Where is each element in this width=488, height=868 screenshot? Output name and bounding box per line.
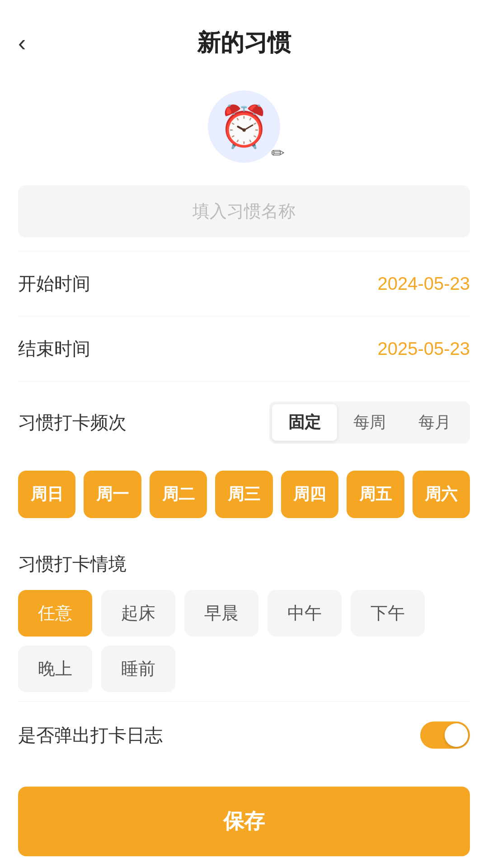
chip-afternoon[interactable]: 下午	[351, 590, 425, 637]
edit-icon[interactable]: ✏	[271, 144, 285, 163]
chip-any[interactable]: 任意	[18, 590, 92, 637]
start-time-row[interactable]: 开始时间 2024-05-23	[0, 251, 488, 316]
chip-wake[interactable]: 起床	[101, 590, 175, 637]
context-chips: 任意 起床 早晨 中午 下午 晚上 睡前	[18, 590, 470, 692]
day-friday[interactable]: 周五	[347, 471, 404, 518]
save-button[interactable]: 保存	[18, 787, 470, 856]
day-wednesday[interactable]: 周三	[215, 471, 272, 518]
frequency-section: 习惯打卡频次 固定 每周 每月	[0, 382, 488, 466]
context-label: 习惯打卡情境	[18, 552, 470, 576]
frequency-label: 习惯打卡频次	[18, 410, 127, 435]
context-section: 习惯打卡情境 任意 起床 早晨 中午 下午 晚上 睡前	[0, 532, 488, 701]
day-saturday[interactable]: 周六	[413, 471, 470, 518]
icon-section: ⏰ ✏	[0, 72, 488, 172]
day-monday[interactable]: 周一	[84, 471, 141, 518]
chip-evening[interactable]: 晚上	[18, 646, 92, 692]
day-thursday[interactable]: 周四	[281, 471, 338, 518]
save-section: 保存	[0, 769, 488, 868]
frequency-tabs: 固定 每周 每月	[269, 401, 470, 443]
day-sunday[interactable]: 周日	[18, 471, 75, 518]
frequency-header: 习惯打卡频次 固定 每周 每月	[18, 401, 470, 443]
start-time-value: 2024-05-23	[377, 274, 470, 294]
toggle-thumb	[445, 723, 468, 747]
alarm-clock-icon: ⏰	[219, 103, 269, 151]
start-time-label: 开始时间	[18, 271, 90, 296]
toggle-section: 是否弹出打卡日志	[0, 702, 488, 769]
header: ‹ 新的习惯	[0, 0, 488, 72]
popup-toggle-switch[interactable]	[420, 722, 470, 749]
back-button[interactable]: ‹	[18, 31, 26, 55]
tab-fixed[interactable]: 固定	[272, 404, 337, 441]
day-tuesday[interactable]: 周二	[150, 471, 207, 518]
end-time-value: 2025-05-23	[377, 339, 470, 359]
days-grid: 周日 周一 周二 周三 周四 周五 周六	[0, 466, 488, 532]
end-time-row[interactable]: 结束时间 2025-05-23	[0, 316, 488, 381]
end-time-label: 结束时间	[18, 336, 90, 361]
habit-name-input[interactable]	[18, 185, 470, 237]
habit-icon-wrapper[interactable]: ⏰ ✏	[208, 90, 280, 163]
tab-weekly[interactable]: 每周	[337, 404, 402, 441]
toggle-label: 是否弹出打卡日志	[18, 723, 163, 748]
chip-bedtime[interactable]: 睡前	[101, 646, 175, 692]
chip-noon[interactable]: 中午	[267, 590, 342, 637]
page-title: 新的习惯	[197, 27, 291, 59]
chip-morning[interactable]: 早晨	[184, 590, 258, 637]
tab-monthly[interactable]: 每月	[402, 404, 467, 441]
name-input-section	[0, 172, 488, 251]
